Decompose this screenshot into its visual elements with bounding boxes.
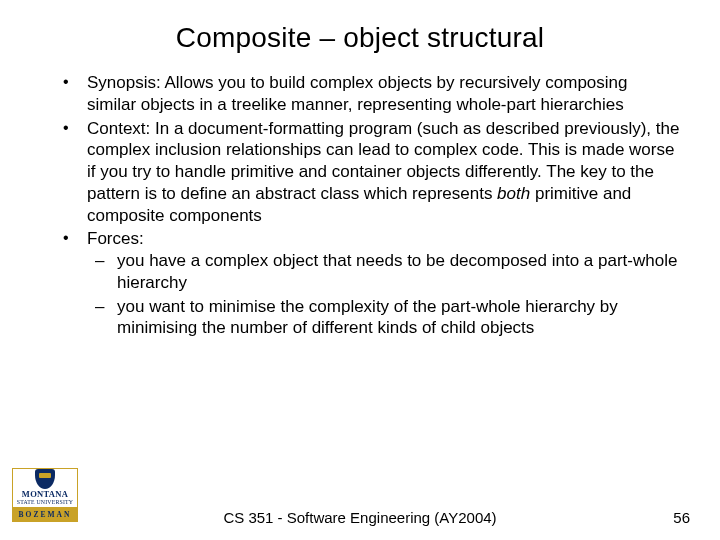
- bullet-forces: Forces: you have a complex object that n…: [55, 228, 680, 339]
- sub-bullet: you have a complex object that needs to …: [87, 250, 680, 294]
- bullet-context: Context: In a document-formatting progra…: [55, 118, 680, 227]
- sub-bullet-list: you have a complex object that needs to …: [87, 250, 680, 339]
- bullet-text: Allows you to build complex objects by r…: [87, 73, 627, 114]
- slide-title: Composite – object structural: [0, 0, 720, 64]
- footer-page-number: 56: [673, 509, 690, 526]
- logo-panel: MONTANA STATE UNIVERSITY: [12, 468, 78, 508]
- slide-body: Synopsis: Allows you to build complex ob…: [0, 64, 720, 339]
- logo-text-state: STATE UNIVERSITY: [17, 499, 73, 505]
- bullet-synopsis: Synopsis: Allows you to build complex ob…: [55, 72, 680, 116]
- bullet-italic: both: [497, 184, 530, 203]
- bullet-list: Synopsis: Allows you to build complex ob…: [55, 72, 680, 339]
- bullet-label: Context:: [87, 119, 150, 138]
- bullet-label: Forces:: [87, 229, 144, 248]
- slide: Composite – object structural Synopsis: …: [0, 0, 720, 540]
- sub-bullet: you want to minimise the complexity of t…: [87, 296, 680, 340]
- shield-icon: [35, 469, 55, 489]
- bullet-label: Synopsis:: [87, 73, 161, 92]
- footer-course: CS 351 - Software Engineering (AY2004): [0, 509, 720, 526]
- logo-text-montana: MONTANA: [22, 490, 68, 499]
